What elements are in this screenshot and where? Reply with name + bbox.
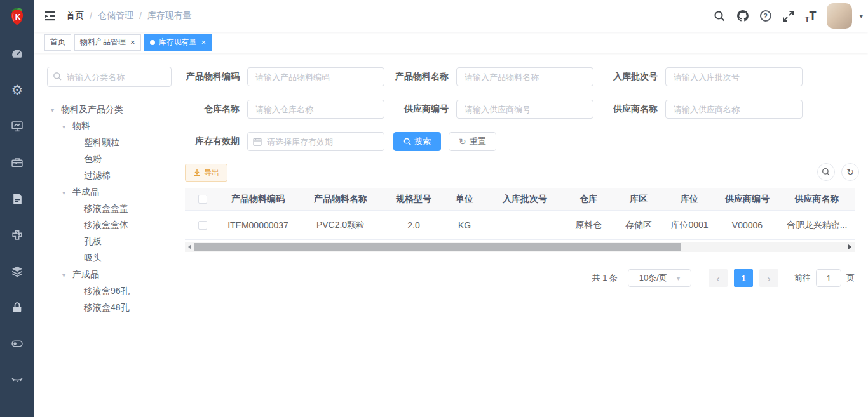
column-header[interactable]: 供应商名称 bbox=[779, 194, 855, 205]
search-button[interactable]: 搜索 bbox=[393, 132, 441, 151]
item-name-input[interactable] bbox=[456, 67, 593, 86]
puzzle-icon bbox=[11, 228, 24, 241]
prev-page-button[interactable]: ‹ bbox=[709, 269, 728, 287]
table-row[interactable]: ITEM00000037 PVC2.0颗粒 2.0 KG 原料仓 存储区 库位0… bbox=[185, 211, 855, 240]
tree-node-finished[interactable]: ▾ 产成品 bbox=[47, 267, 172, 283]
github-link-button[interactable] bbox=[736, 10, 749, 22]
cell-item-name: PVC2.0颗粒 bbox=[296, 220, 385, 231]
search-icon bbox=[714, 10, 726, 22]
help-button[interactable]: ? bbox=[760, 10, 771, 22]
tree-node-box-48[interactable]: 移液盒48孔 bbox=[47, 300, 172, 316]
tree-node-material[interactable]: ▾ 物料 bbox=[47, 118, 172, 135]
header-search-button[interactable] bbox=[714, 10, 726, 22]
scroll-right-arrow-icon[interactable] bbox=[845, 242, 855, 252]
page-size-select[interactable]: 10条/页 ▾ bbox=[628, 269, 691, 287]
fullscreen-icon bbox=[782, 10, 794, 22]
column-header[interactable]: 库区 bbox=[614, 194, 663, 205]
warehouse-name-input[interactable] bbox=[247, 100, 384, 119]
sidebar-item-plugin[interactable] bbox=[0, 216, 34, 253]
select-all-checkbox[interactable] bbox=[198, 195, 207, 204]
column-header[interactable]: 产品物料名称 bbox=[296, 194, 385, 205]
sidebar-item-settings[interactable]: ⚙ bbox=[0, 72, 34, 108]
fullscreen-button[interactable] bbox=[782, 10, 794, 22]
table-horizontal-scrollbar[interactable] bbox=[185, 242, 855, 252]
tree-node-filter-cotton[interactable]: 过滤棉 bbox=[47, 168, 172, 184]
caret-down-icon[interactable]: ▾ bbox=[51, 107, 61, 114]
column-header[interactable]: 库位 bbox=[663, 194, 715, 205]
tree-node-tip[interactable]: 吸头 bbox=[47, 250, 172, 267]
sidebar-item-dashboard[interactable] bbox=[0, 36, 34, 72]
next-page-button[interactable]: › bbox=[759, 269, 778, 287]
refresh-table-button[interactable]: ↻ bbox=[841, 163, 859, 181]
supplier-code-input[interactable] bbox=[456, 100, 593, 119]
sidebar-item-switch[interactable] bbox=[0, 325, 34, 361]
tree-node-pigment[interactable]: 色粉 bbox=[47, 151, 172, 168]
caret-down-icon[interactable]: ▾ bbox=[62, 272, 72, 279]
column-header[interactable]: 产品物料编码 bbox=[220, 194, 296, 205]
column-header[interactable]: 供应商编号 bbox=[715, 194, 779, 205]
column-header[interactable]: 入库批次号 bbox=[487, 194, 563, 205]
sidebar-item-lock[interactable] bbox=[0, 289, 34, 325]
user-avatar[interactable] bbox=[827, 3, 852, 29]
caret-down-icon[interactable]: ▾ bbox=[62, 123, 72, 130]
toggle-search-button[interactable] bbox=[817, 163, 835, 181]
tree-node-plastic-granule[interactable]: 塑料颗粒 bbox=[47, 135, 172, 151]
gear-icon: ⚙ bbox=[11, 83, 24, 96]
sidebar-item-toolbox[interactable] bbox=[0, 144, 34, 180]
field-label: 入库批次号 bbox=[603, 71, 665, 83]
tree-node-semi-finished[interactable]: ▾ 半成品 bbox=[47, 184, 172, 201]
search-filter-form: 产品物料编码 产品物料名称 入库批次号 仓库名称 供应商编号 供应商名称 库存有… bbox=[185, 67, 803, 164]
tree-node-box-96[interactable]: 移液盒96孔 bbox=[47, 283, 172, 300]
breadcrumb-current: 库存现有量 bbox=[147, 10, 192, 22]
active-tab-dot bbox=[150, 40, 155, 45]
github-icon bbox=[736, 10, 749, 22]
export-button[interactable]: 导出 bbox=[185, 164, 227, 182]
column-header[interactable]: 规格型号 bbox=[385, 194, 442, 205]
tab-material-product[interactable]: 物料产品管理 × bbox=[74, 34, 141, 51]
breadcrumb-warehouse[interactable]: 仓储管理 bbox=[98, 10, 133, 22]
toggle-icon bbox=[11, 337, 24, 350]
sidebar-item-document[interactable] bbox=[0, 180, 34, 216]
scrollbar-thumb[interactable] bbox=[194, 243, 681, 251]
scrollbar-track[interactable] bbox=[194, 242, 845, 252]
close-icon[interactable]: × bbox=[130, 38, 135, 46]
category-search-input[interactable] bbox=[47, 67, 172, 87]
goto-page-input[interactable] bbox=[816, 269, 841, 287]
row-checkbox[interactable] bbox=[198, 221, 207, 230]
lock-icon bbox=[11, 301, 24, 314]
expiry-date-input[interactable] bbox=[247, 132, 384, 151]
tab-home[interactable]: 首页 bbox=[44, 34, 71, 51]
sidebar-item-monitor[interactable] bbox=[0, 108, 34, 144]
chevron-left-icon: ‹ bbox=[717, 273, 720, 284]
cell-location: 库位0001 bbox=[663, 220, 715, 231]
app-logo[interactable]: K bbox=[0, 0, 34, 32]
font-size-button[interactable]: TT bbox=[805, 10, 817, 23]
batch-no-input[interactable] bbox=[665, 67, 803, 86]
supplier-name-input[interactable] bbox=[665, 100, 803, 119]
breadcrumb-home[interactable]: 首页 bbox=[66, 10, 84, 22]
app-sidebar: K ⚙ bbox=[0, 0, 34, 417]
close-icon[interactable]: × bbox=[201, 38, 207, 46]
tags-view-bar: 首页 物料产品管理 × 库存现有量 × bbox=[34, 32, 868, 53]
item-code-input[interactable] bbox=[247, 67, 384, 86]
sidebar-item-layers[interactable] bbox=[0, 253, 34, 289]
sidebar-collapse-button[interactable] bbox=[34, 10, 66, 22]
tab-inventory-onhand[interactable]: 库存现有量 × bbox=[144, 34, 212, 51]
caret-down-icon[interactable]: ▾ bbox=[62, 189, 72, 196]
tree-node-box-lid[interactable]: 移液盒盒盖 bbox=[47, 201, 172, 217]
export-button-label: 导出 bbox=[204, 168, 219, 178]
tree-node-box-body[interactable]: 移液盒盒体 bbox=[47, 217, 172, 234]
reset-button[interactable]: ↻ 重置 bbox=[449, 132, 496, 151]
sidebar-item-theme[interactable] bbox=[0, 361, 34, 397]
column-header[interactable]: 仓库 bbox=[563, 194, 614, 205]
chart-monitor-icon bbox=[11, 120, 24, 133]
breadcrumb-separator: / bbox=[90, 11, 92, 21]
column-header[interactable]: 单位 bbox=[442, 194, 487, 205]
page-number-1[interactable]: 1 bbox=[734, 269, 753, 287]
avatar-dropdown-caret-icon[interactable]: ▾ bbox=[859, 12, 863, 20]
tree-node-plate[interactable]: 孔板 bbox=[47, 234, 172, 250]
download-icon bbox=[193, 169, 201, 176]
tree-node-root[interactable]: ▾ 物料及产品分类 bbox=[47, 102, 172, 118]
calendar-icon bbox=[253, 137, 262, 146]
scroll-left-arrow-icon[interactable] bbox=[185, 242, 194, 252]
